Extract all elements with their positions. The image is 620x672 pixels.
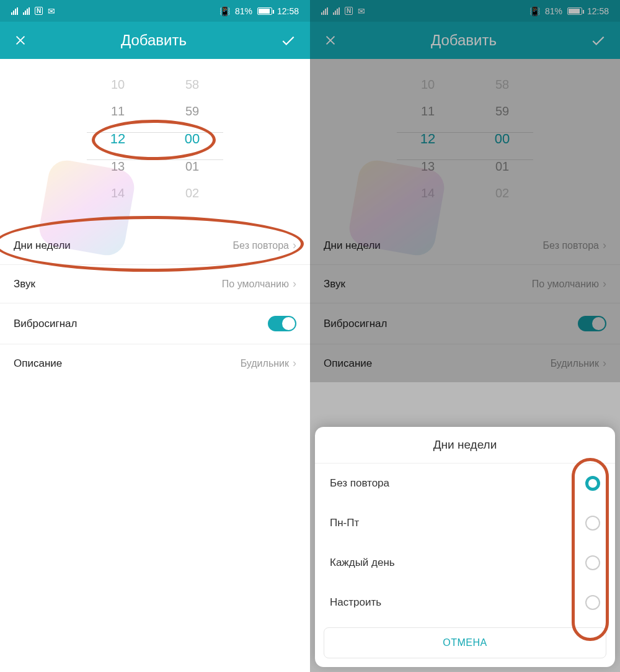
chevron-right-icon: ›: [293, 357, 296, 370]
radio-icon[interactable]: [585, 476, 600, 491]
header: Добавить: [0, 22, 310, 59]
radio-icon[interactable]: [585, 516, 600, 531]
chevron-right-icon: ›: [293, 239, 296, 252]
sheet-title: Дни недели: [315, 427, 615, 464]
sheet-option-weekdays[interactable]: Пн-Пт: [315, 503, 615, 543]
battery-icon: [257, 7, 272, 15]
chevron-right-icon: ›: [293, 277, 296, 290]
row-label: Звук: [14, 278, 35, 290]
radio-icon[interactable]: [585, 595, 600, 610]
page-title: Добавить: [121, 32, 187, 49]
confirm-icon[interactable]: [280, 32, 296, 48]
toggle-vibrate[interactable]: [268, 316, 296, 331]
row-description[interactable]: Описание Будильник›: [0, 344, 310, 382]
row-sound[interactable]: Звук По умолчанию›: [0, 265, 310, 303]
status-bar: N ✉ 📳 81% 12:58: [0, 0, 310, 22]
row-label: Вибросигнал: [14, 318, 77, 330]
close-icon[interactable]: [14, 34, 27, 47]
signal-icon-1: [11, 7, 18, 15]
settings-list: Дни недели Без повтора› Звук По умолчани…: [0, 220, 310, 382]
vibrate-icon: 📳: [219, 6, 230, 16]
time-picker[interactable]: 10 11 12 13 14 58 59 00 01 02: [0, 59, 310, 220]
clock-time: 12:58: [277, 6, 299, 16]
hour-column[interactable]: 10 11 12 13 14: [93, 78, 143, 220]
battery-percent: 81%: [235, 6, 252, 16]
mail-icon: ✉: [48, 6, 55, 16]
minute-column[interactable]: 58 59 00 01 02: [167, 78, 217, 220]
cancel-button[interactable]: ОТМЕНА: [324, 627, 606, 658]
row-days[interactable]: Дни недели Без повтора›: [0, 226, 310, 265]
nfc-icon: N: [35, 7, 43, 15]
row-label: Дни недели: [14, 240, 71, 252]
row-vibrate[interactable]: Вибросигнал: [0, 303, 310, 344]
days-sheet: Дни недели Без повтора Пн-Пт Каждый день…: [315, 427, 615, 667]
sheet-option-no-repeat[interactable]: Без повтора: [315, 464, 615, 503]
phone-left: N ✉ 📳 81% 12:58 Добавить 10 11 12 13: [0, 0, 310, 672]
sheet-option-everyday[interactable]: Каждый день: [315, 543, 615, 583]
row-label: Описание: [14, 357, 62, 370]
phone-right: N ✉ 📳 81% 12:58 Добавить 10 11 12 13: [310, 0, 620, 672]
radio-icon[interactable]: [585, 555, 600, 570]
sheet-option-custom[interactable]: Настроить: [315, 583, 615, 622]
signal-icon-2: [23, 7, 30, 15]
